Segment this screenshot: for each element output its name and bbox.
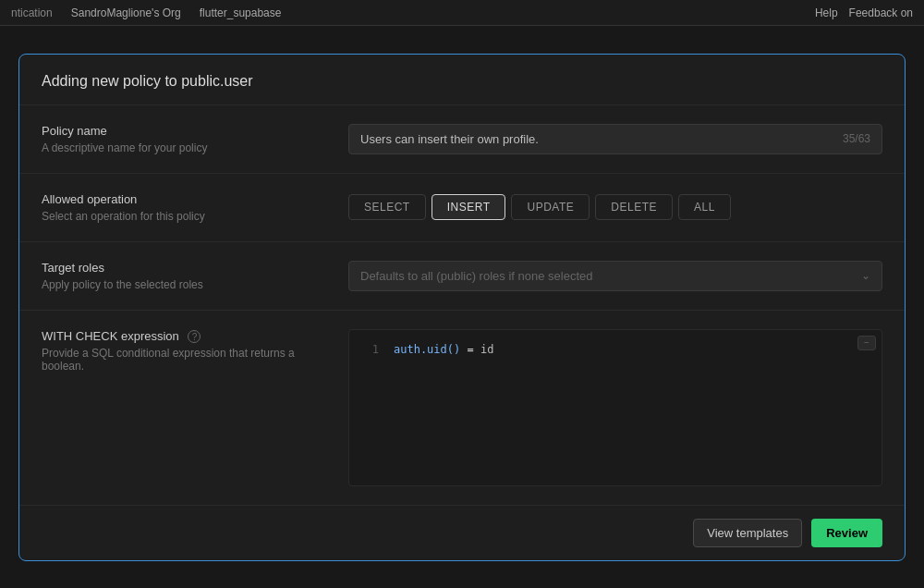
target-roles-section: Target roles Apply policy to the selecte…: [19, 242, 905, 311]
policy-name-counter: 35/63: [843, 132, 870, 145]
policy-modal: Adding new policy to public.user Policy …: [18, 54, 906, 561]
code-content: 1 auth.uid() = id: [349, 330, 881, 370]
allowed-operation-description: Select an operation for this policy: [42, 210, 319, 223]
policy-name-label: Policy name: [42, 124, 319, 138]
policy-name-label-group: Policy name A descriptive name for your …: [42, 124, 319, 154]
editor-toolbar: −: [857, 336, 876, 350]
allowed-operation-label: Allowed operation: [42, 192, 319, 206]
target-roles-label-group: Target roles Apply policy to the selecte…: [42, 261, 319, 291]
op-insert-button[interactable]: INSERT: [432, 194, 506, 220]
modal-body: Policy name A descriptive name for your …: [19, 105, 905, 505]
allowed-operation-label-group: Allowed operation Select an operation fo…: [42, 192, 319, 223]
op-update-button[interactable]: UPDATE: [511, 194, 590, 220]
help-link[interactable]: Help: [815, 6, 838, 19]
target-roles-label: Target roles: [42, 261, 319, 275]
policy-name-description: A descriptive name for your policy: [42, 141, 319, 154]
target-roles-control: Defaults to all (public) roles if none s…: [348, 261, 882, 291]
op-delete-button[interactable]: DELETE: [595, 194, 673, 220]
operation-buttons-group: SELECT INSERT UPDATE DELETE ALL: [348, 192, 882, 223]
target-roles-dropdown[interactable]: Defaults to all (public) roles if none s…: [348, 261, 882, 291]
project-label: flutter_supabase: [200, 6, 282, 19]
org-label: SandroMaglione's Org: [71, 6, 181, 19]
brand-label: ntication: [11, 6, 53, 19]
view-templates-button[interactable]: View templates: [693, 519, 802, 547]
code-function: auth.uid(): [394, 343, 460, 356]
line-numbers: 1: [357, 341, 379, 359]
code-operator: =: [467, 343, 480, 356]
code-text: auth.uid() = id: [394, 341, 493, 359]
chevron-down-icon: ⌄: [861, 269, 870, 282]
with-check-label: WITH CHECK expression ?: [42, 329, 319, 344]
page-background: Adding new policy to public.user Policy …: [0, 26, 924, 588]
code-editor[interactable]: − 1 auth.uid() = id: [348, 329, 882, 486]
operation-buttons: SELECT INSERT UPDATE DELETE ALL: [348, 194, 731, 220]
target-roles-description: Apply policy to the selected roles: [42, 278, 319, 291]
top-bar-right: Help Feedback on: [815, 6, 913, 19]
code-editor-control: − 1 auth.uid() = id: [348, 329, 882, 486]
with-check-section: WITH CHECK expression ? Provide a SQL co…: [19, 311, 905, 505]
feedback-link[interactable]: Feedback on: [849, 6, 913, 19]
op-all-button[interactable]: ALL: [678, 194, 731, 220]
modal-header: Adding new policy to public.user: [19, 55, 905, 105]
editor-minimize-button[interactable]: −: [857, 336, 876, 350]
allowed-operation-section: Allowed operation Select an operation fo…: [19, 174, 905, 242]
roles-placeholder: Defaults to all (public) roles if none s…: [360, 269, 592, 283]
policy-name-value: Users can insert their own profile.: [360, 132, 539, 146]
help-icon[interactable]: ?: [188, 330, 201, 343]
with-check-label-group: WITH CHECK expression ? Provide a SQL co…: [42, 329, 319, 486]
policy-name-control: Users can insert their own profile. 35/6…: [348, 124, 882, 154]
top-bar: ntication SandroMaglione's Org flutter_s…: [0, 0, 924, 26]
policy-name-section: Policy name A descriptive name for your …: [19, 105, 905, 174]
policy-name-input[interactable]: Users can insert their own profile. 35/6…: [348, 124, 882, 154]
op-select-button[interactable]: SELECT: [348, 194, 426, 220]
with-check-description: Provide a SQL conditional expression tha…: [42, 347, 319, 373]
review-button[interactable]: Review: [811, 519, 882, 547]
modal-footer: View templates Review: [19, 505, 905, 560]
modal-title: Adding new policy to public.user: [42, 73, 882, 90]
code-identifier: id: [480, 343, 493, 356]
